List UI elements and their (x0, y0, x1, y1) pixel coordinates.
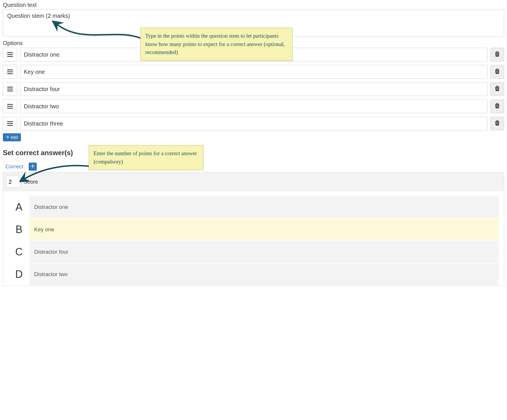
add-option-label: Add (11, 135, 18, 140)
callout-points-in-stem: Type in the points within the question s… (140, 28, 293, 61)
svg-rect-14 (7, 125, 13, 126)
answer-letter: A (8, 196, 30, 218)
option-text-input[interactable] (20, 117, 487, 130)
option-text-input[interactable] (20, 82, 487, 96)
svg-rect-6 (7, 87, 13, 88)
drag-handle-icon[interactable] (3, 117, 17, 130)
option-row (3, 99, 504, 113)
option-text-input[interactable] (20, 99, 487, 113)
svg-rect-11 (7, 108, 13, 109)
answer-text: Key one (30, 219, 499, 240)
option-row (3, 117, 504, 130)
answer-row[interactable]: ADistractor one (8, 196, 499, 218)
delete-option-button[interactable] (490, 99, 504, 113)
drag-handle-icon[interactable] (3, 48, 17, 61)
answers-container: ADistractor oneBKey oneCDistractor fourD… (3, 191, 504, 286)
trash-icon (495, 103, 500, 109)
answer-letter: B (8, 219, 30, 240)
svg-rect-1 (7, 54, 13, 55)
question-text-value: Question stem (2 marks) (7, 13, 70, 19)
svg-rect-13 (7, 123, 13, 124)
option-text-input[interactable] (20, 65, 487, 79)
svg-rect-2 (7, 56, 13, 57)
drag-handle-icon[interactable] (3, 65, 17, 79)
question-text-label: Question text (3, 2, 504, 8)
tab-correct[interactable]: Correct (4, 161, 25, 172)
set-correct-heading: Set correct answer(s) (3, 149, 504, 157)
callout-score-required: Enter the number of points for a correct… (89, 145, 204, 170)
trash-icon (495, 86, 500, 92)
delete-option-button[interactable] (490, 65, 504, 79)
option-row (3, 65, 504, 79)
plus-icon (31, 164, 35, 169)
svg-rect-7 (7, 89, 13, 90)
svg-rect-5 (7, 73, 13, 74)
svg-rect-9 (7, 104, 13, 105)
add-tab-button[interactable] (29, 163, 37, 171)
delete-option-button[interactable] (490, 117, 504, 130)
svg-rect-10 (7, 106, 13, 107)
answer-text: Distractor four (30, 241, 499, 263)
drag-handle-icon[interactable] (3, 99, 17, 113)
svg-rect-0 (7, 52, 13, 53)
svg-rect-12 (7, 121, 13, 122)
option-row (3, 82, 504, 96)
answer-text: Distractor two (30, 263, 499, 285)
answer-letter: D (8, 263, 30, 285)
score-panel: Score (3, 172, 504, 191)
trash-icon (495, 69, 500, 75)
plus-icon (6, 135, 9, 140)
trash-icon (495, 120, 500, 127)
score-label: Score (24, 179, 38, 185)
delete-option-button[interactable] (490, 48, 504, 61)
trash-icon (495, 51, 500, 58)
svg-rect-3 (7, 70, 13, 70)
answer-row[interactable]: DDistractor two (8, 263, 499, 285)
drag-handle-icon[interactable] (3, 82, 17, 96)
answer-text: Distractor one (30, 196, 499, 218)
delete-option-button[interactable] (490, 82, 504, 96)
answer-row[interactable]: CDistractor four (8, 241, 499, 263)
add-option-button[interactable]: Add (3, 133, 21, 141)
correct-tabs: Correct (3, 161, 504, 172)
svg-rect-8 (7, 90, 13, 91)
score-input[interactable] (6, 176, 20, 188)
answer-row[interactable]: BKey one (8, 219, 499, 240)
svg-rect-4 (7, 72, 13, 72)
answer-letter: C (8, 241, 30, 263)
